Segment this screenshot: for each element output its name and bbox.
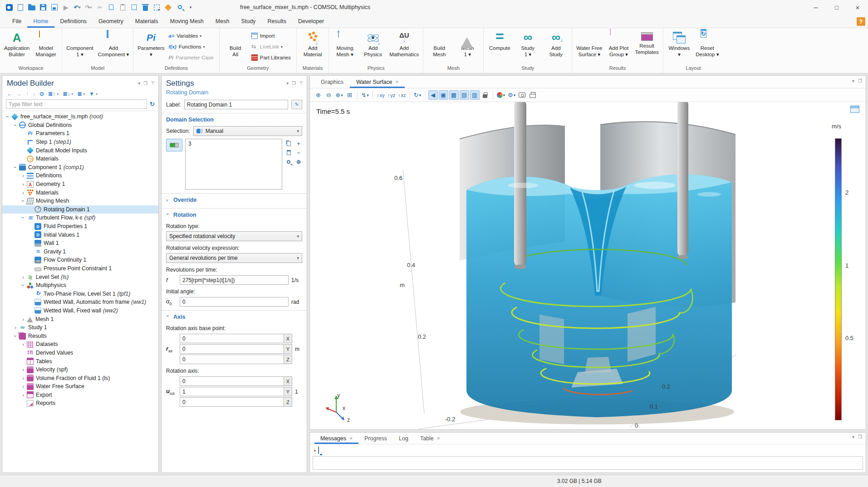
scene-color-icon[interactable]: ▾ <box>496 90 506 100</box>
expand-arrow[interactable]: › <box>20 392 26 398</box>
tab-definitions[interactable]: Definitions <box>54 15 93 28</box>
expand-arrow[interactable]: › <box>20 274 26 280</box>
duplicate-button[interactable] <box>128 2 139 13</box>
messages-content[interactable] <box>313 456 863 470</box>
create-selection-icon[interactable] <box>285 140 292 147</box>
expand-arrow[interactable]: › <box>13 164 18 170</box>
tree-item-derived-values[interactable]: Derived Values <box>2 349 158 357</box>
tree-item-water-free-surface[interactable]: ›Water Free Surface <box>2 382 158 391</box>
refresh-icon[interactable]: ↻ <box>150 101 155 107</box>
grid-toggle-icon[interactable]: ▦ <box>449 90 459 100</box>
expand-arrow[interactable]: › <box>12 325 19 330</box>
expand-arrow[interactable]: › <box>20 173 26 178</box>
view-xz-button[interactable]: xz <box>397 90 407 100</box>
expand-arrow[interactable]: › <box>13 333 18 339</box>
tree-item-level-set[interactable]: ›Level Set(ls) <box>2 273 158 281</box>
zoom-selection-icon[interactable] <box>285 158 292 166</box>
snapshot-icon[interactable] <box>850 106 859 113</box>
close-button[interactable]: × <box>847 0 868 15</box>
delete-button[interactable] <box>140 2 151 13</box>
part-libraries-button[interactable]: Part Libraries <box>250 52 294 63</box>
expand-arrow[interactable]: › <box>5 113 10 120</box>
revolutions-input[interactable] <box>180 275 289 285</box>
clear-selection-icon[interactable]: ⊕ <box>295 158 302 166</box>
section-override[interactable]: ›Override <box>162 194 307 205</box>
tree-item-rotating-domain-1[interactable]: Rotating Domain 1 <box>2 205 158 214</box>
add-selection-icon[interactable]: + <box>295 140 302 147</box>
section-axis[interactable]: ›Axis <box>162 311 307 322</box>
rve-dropdown[interactable]: General revolutions per time <box>166 253 302 263</box>
moving-mesh-button[interactable]: MovingMesh ▾ <box>331 29 359 58</box>
expand-arrow[interactable]: › <box>20 367 26 372</box>
tree-item-two-phase-flow[interactable]: Two-Phase Flow, Level Set 1(tpf1) <box>2 289 158 298</box>
build-all-button[interactable]: BuildAll <box>221 29 250 58</box>
zoom-out-icon[interactable]: ⊖ <box>324 90 333 100</box>
tree-item-root[interactable]: ›free_surface_mixer_ls.mph(root) <box>2 112 158 121</box>
selection-dropdown[interactable]: Manual <box>193 126 302 136</box>
tab-graphics[interactable]: Graphics <box>314 77 350 88</box>
expand-arrow[interactable]: › <box>20 181 26 187</box>
tab-water-surface[interactable]: Water Surface× <box>350 77 405 88</box>
undo-button[interactable]: ↶▾ <box>72 2 83 13</box>
copy-button[interactable] <box>106 2 117 13</box>
save-as-button[interactable] <box>49 2 60 13</box>
parameters-button[interactable]: PiParameters▾ <box>135 29 167 58</box>
expand-arrow[interactable]: › <box>20 317 26 322</box>
functions-button[interactable]: f(x)Functions▾ <box>167 41 217 52</box>
move-up-button[interactable]: ↑ <box>26 91 29 97</box>
tree-item-export[interactable]: ›Export <box>2 391 158 399</box>
tree-item-global-definitions[interactable]: ›Global Definitions <box>2 121 158 130</box>
panel-menu-icon[interactable]: ▾ <box>852 434 854 439</box>
save-button[interactable] <box>38 2 49 13</box>
panel-menu-icon[interactable]: ▾ <box>138 81 140 86</box>
tree-item-wetted-wall-1[interactable]: Wetted Wall, Automatic from frame(ww1) <box>2 298 158 307</box>
panel-pin-icon[interactable]: ⊤ <box>299 81 303 86</box>
rename-button[interactable]: ✎ <box>291 100 302 109</box>
tree-item-flow-continuity-1[interactable]: Flow Continuity 1 <box>2 256 158 264</box>
lock-icon[interactable] <box>481 90 490 100</box>
add-physics-button[interactable]: ↓AddPhysics <box>359 29 387 58</box>
tab-file[interactable]: File <box>6 15 27 28</box>
collapse-all-button[interactable]: ≣↑ <box>48 91 55 97</box>
add-component-button[interactable]: AddComponent ▾ <box>96 29 131 58</box>
build-mesh-button[interactable]: BuildMesh <box>425 29 453 58</box>
water-free-surface-button[interactable]: Water FreeSurface ▾ <box>574 29 604 58</box>
run-button[interactable]: ▶ <box>60 2 71 13</box>
panel-menu-icon[interactable]: ▾ <box>852 78 854 83</box>
filter-funnel-button[interactable]: ▼ <box>89 91 94 97</box>
tree-item-default-model-inputs[interactable]: Default Model Inputs <box>2 146 158 155</box>
tree-item-reports[interactable]: Reports <box>2 399 158 408</box>
redo-button[interactable]: ↷▾ <box>83 2 94 13</box>
tree-item-geometry-1[interactable]: ›Geometry 1 <box>2 180 158 189</box>
tab-study[interactable]: Study <box>235 15 261 28</box>
mesh-plot-toggle-icon[interactable]: ▤ <box>460 90 469 100</box>
close-tab-icon[interactable]: × <box>349 435 353 442</box>
plot-area[interactable]: y x z Time=5.5 s m/s 2 1 0.5 0.6 0.4 m 0… <box>310 102 866 429</box>
expand-arrow[interactable]: › <box>20 341 26 347</box>
zoom-box-icon[interactable]: ⊕▾ <box>334 90 344 100</box>
tree-item-definitions[interactable]: ›Definitions <box>2 171 158 180</box>
add-mathematics-button[interactable]: AddMathematics <box>387 29 421 58</box>
close-tab-icon[interactable]: × <box>437 435 440 442</box>
paste-selection-icon[interactable] <box>285 149 292 156</box>
expand-arrow[interactable]: › <box>13 122 18 128</box>
zoom-in-icon[interactable]: ⊕ <box>314 90 323 100</box>
expand-arrow[interactable]: › <box>20 198 26 204</box>
select-box-button[interactable] <box>151 2 162 13</box>
tab-log[interactable]: Log <box>393 433 414 444</box>
close-tab-icon[interactable]: × <box>395 79 398 85</box>
tree-item-parameters-1[interactable]: Parameters 1 <box>2 129 158 138</box>
result-templates-button[interactable]: ↓ResultTemplates <box>633 29 661 56</box>
panel-menu-icon[interactable]: ▾ <box>286 81 289 86</box>
rax-y-input[interactable] <box>180 344 284 354</box>
tab-progress[interactable]: Progress <box>358 433 393 444</box>
camera-icon[interactable] <box>517 90 527 100</box>
tree-item-materials-comp[interactable]: ›Materials <box>2 188 158 197</box>
tree-item-multiphysics[interactable]: ›Multiphysics <box>2 281 158 290</box>
overlay-toggle-icon[interactable]: ▣ <box>439 90 448 100</box>
tab-geometry[interactable]: Geometry <box>93 15 129 28</box>
tree-item-step-1[interactable]: Step 1(step1) <box>2 138 158 146</box>
copy-messages-icon[interactable] <box>318 447 319 453</box>
tab-materials[interactable]: Materials <box>129 15 164 28</box>
expand-arrow[interactable]: › <box>20 190 26 195</box>
